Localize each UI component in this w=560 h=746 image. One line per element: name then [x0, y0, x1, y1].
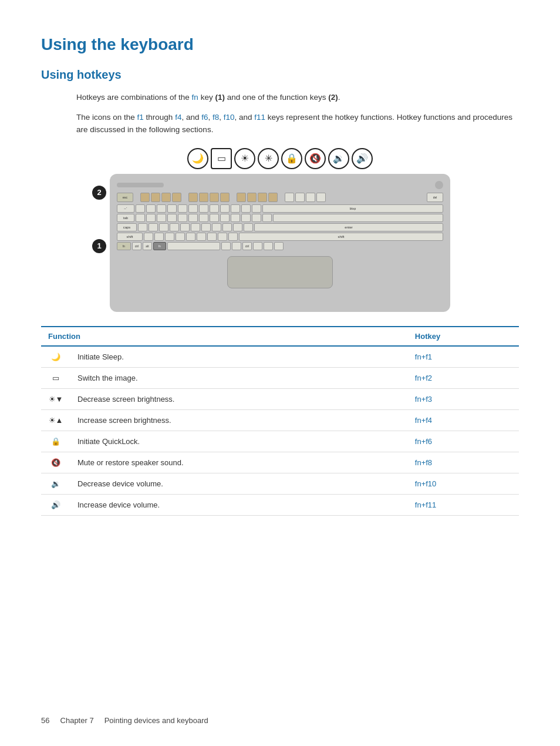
- section-title: Using hotkeys: [41, 68, 519, 82]
- page-title: Using the keyboard: [41, 35, 519, 54]
- table-row: 🔉Decrease device volume.fn+f10: [41, 473, 519, 494]
- footer: 56 Chapter 7 Pointing devices and keyboa…: [41, 716, 208, 725]
- chapter-name: Chapter 7: [60, 716, 94, 725]
- decrease-brightness-hotkey-icon: ☀: [234, 148, 255, 169]
- hotkey-value: fn+f2: [408, 367, 519, 388]
- page-number: 56: [41, 716, 49, 725]
- hotkey-table: Function Hotkey 🌙Initiate Sleep.fn+f1▭Sw…: [41, 326, 519, 516]
- f6-link[interactable]: f6: [201, 113, 208, 122]
- function-description: Initiate Sleep.: [70, 346, 408, 368]
- mute-icon: 🔇: [41, 452, 70, 473]
- badge-1: 1: [92, 239, 106, 253]
- increase-volume-hotkey-icon: 🔊: [352, 148, 373, 169]
- quicklock-icon: 🔒: [41, 431, 70, 452]
- quicklock-hotkey-icon: 🔒: [281, 148, 302, 169]
- table-row: 🔊Increase device volume.fn+f11: [41, 494, 519, 515]
- hotkey-value: fn+f6: [408, 431, 519, 452]
- increase-brightness-icon: ☀▲: [41, 409, 70, 431]
- badge-2: 2: [92, 186, 106, 200]
- hotkey-value: fn+f1: [408, 346, 519, 368]
- hotkey-value: fn+f4: [408, 409, 519, 431]
- function-description: Decrease device volume.: [70, 473, 408, 494]
- decrease-volume-hotkey-icon: 🔉: [328, 148, 349, 169]
- function-description: Initiate QuickLock.: [70, 431, 408, 452]
- fn-link[interactable]: fn: [192, 93, 198, 102]
- hotkey-icons-strip: 🌙 ▭ ☀ ✳ 🔒 🔇 🔉 🔊: [110, 148, 450, 169]
- table-row: 🌙Initiate Sleep.fn+f1: [41, 346, 519, 368]
- sleep-hotkey-icon: 🌙: [187, 148, 208, 169]
- keyboard-body: esc: [110, 174, 450, 312]
- function-description: Increase device volume.: [70, 494, 408, 515]
- f11-link[interactable]: f11: [254, 113, 265, 122]
- table-row: ☀▲Increase screen brightness.fn+f4: [41, 409, 519, 431]
- intro-paragraph-2: The icons on the f1 through f4, and f6, …: [76, 111, 519, 136]
- hotkey-value: fn+f8: [408, 452, 519, 473]
- hotkey-value: fn+f3: [408, 388, 519, 409]
- function-description: Mute or restore speaker sound.: [70, 452, 408, 473]
- increase-brightness-hotkey-icon: ✳: [258, 148, 279, 169]
- hotkey-value: fn+f11: [408, 494, 519, 515]
- switch-image-hotkey-icon: ▭: [211, 148, 232, 169]
- table-row: 🔇Mute or restore speaker sound.fn+f8: [41, 452, 519, 473]
- function-description: Switch the image.: [70, 367, 408, 388]
- f8-link[interactable]: f8: [212, 113, 219, 122]
- chapter-title: Pointing devices and keyboard: [104, 716, 208, 725]
- f1-link[interactable]: f1: [137, 113, 144, 122]
- hotkey-col-header: Hotkey: [408, 327, 519, 346]
- decrease-volume-icon: 🔉: [41, 473, 70, 494]
- keyboard-image-area: 🌙 ▭ ☀ ✳ 🔒 🔇 🔉 🔊 2 1: [41, 148, 519, 312]
- function-description: Increase screen brightness.: [70, 409, 408, 431]
- switch-image-icon: ▭: [41, 367, 70, 388]
- decrease-brightness-icon: ☀▼: [41, 388, 70, 409]
- f10-link[interactable]: f10: [224, 113, 235, 122]
- f4-link[interactable]: f4: [175, 113, 181, 122]
- increase-volume-icon: 🔊: [41, 494, 70, 515]
- table-row: 🔒Initiate QuickLock.fn+f6: [41, 431, 519, 452]
- hotkey-value: fn+f10: [408, 473, 519, 494]
- table-row: ▭Switch the image.fn+f2: [41, 367, 519, 388]
- sleep-icon: 🌙: [41, 346, 70, 368]
- table-row: ☀▼Decrease screen brightness.fn+f3: [41, 388, 519, 409]
- function-description: Decrease screen brightness.: [70, 388, 408, 409]
- intro-paragraph-1: Hotkeys are combinations of the fn key (…: [76, 91, 519, 104]
- function-col-header: Function: [41, 327, 408, 346]
- mute-hotkey-icon: 🔇: [305, 148, 326, 169]
